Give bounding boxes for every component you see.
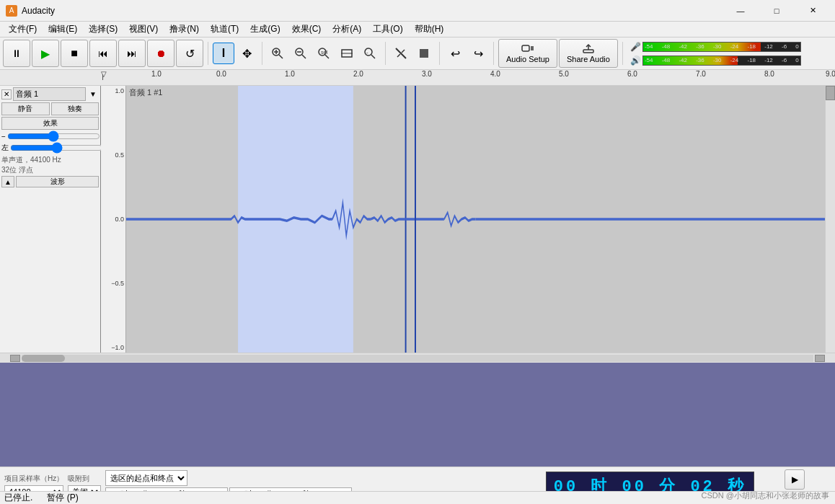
watermark: CSDN @小胡同志和小张老师的故事 (702, 490, 829, 501)
toolbar-sep-2 (262, 42, 262, 65)
amp-neg0.5: −0.5 (111, 280, 124, 287)
audio-setup-label: Audio Setup (506, 55, 549, 63)
menu-record[interactable]: 撸录(N) (164, 22, 205, 37)
toolbar-row1: ⏸ ▶ ■ ⏮ ⏭ ⏺ ↺ I ✥ sel - (0, 37, 835, 69)
track-effects-row: 效果 (1, 117, 99, 130)
waveform-svg (126, 86, 825, 353)
toolbar-sep-5 (493, 42, 494, 65)
multi-tool-button[interactable]: ✥ (236, 43, 257, 64)
svg-line-13 (371, 55, 375, 58)
track-menu-button[interactable]: ▼ (87, 89, 99, 100)
undo-button[interactable]: ↩ (444, 43, 466, 64)
minimize-button[interactable]: — (724, 0, 757, 22)
snap-label: 吸附到 (68, 474, 101, 484)
vertical-scrollbar[interactable] (825, 86, 835, 353)
window-controls: — □ ✕ (724, 0, 829, 22)
track-header: ✕ 音频 1 ▼ (1, 87, 99, 101)
main-content: ✕ 音频 1 ▼ 静音 独奏 效果 − + 左 右 单声道，44100 Hz 3… (0, 86, 835, 353)
track-name-button[interactable]: 音频 1 (13, 87, 86, 101)
track-expand-button[interactable]: ▲ (1, 176, 14, 187)
menu-effects[interactable]: 效果(C) (286, 22, 327, 37)
toolbar-sep-4 (439, 42, 440, 65)
track-panel: ✕ 音频 1 ▼ 静音 独奏 效果 − + 左 右 单声道，44100 Hz 3… (0, 86, 101, 353)
svg-line-1 (279, 55, 283, 58)
amp-neg1.0: −1.0 (111, 344, 124, 351)
track-pan-slider[interactable] (10, 143, 103, 153)
input-icon: 🎤 (630, 42, 641, 52)
skip-fwd-button[interactable]: ⏭ (118, 40, 146, 67)
amp-0.0: 0.0 (115, 216, 124, 223)
play-button[interactable]: ▶ (32, 40, 59, 67)
toolbar-sep-3 (385, 42, 386, 65)
toolbar-sep-1 (208, 42, 208, 65)
app-icon: A (6, 5, 17, 17)
share-audio-label: Share Audio (567, 55, 610, 63)
track-bit-depth: 32位 浮点 (1, 165, 99, 175)
svg-line-17 (402, 50, 405, 53)
project-rate-label: 项目采样率（Hz） (4, 474, 63, 484)
close-button[interactable]: ✕ (796, 0, 829, 22)
track-close-button[interactable]: ✕ (1, 89, 12, 100)
track-effects-button[interactable]: 效果 (1, 117, 99, 130)
menu-help[interactable]: 帮助(H) (409, 22, 450, 37)
menu-analyze[interactable]: 分析(A) (327, 22, 367, 37)
vu-meter-area: 🎤 -54 -48 -42 -36 -30 -24 -18 -12 (630, 40, 801, 67)
track-wave-button[interactable]: 波形 (16, 176, 99, 187)
status-play-button[interactable]: ▶ (785, 469, 805, 490)
svg-rect-23 (583, 50, 593, 53)
toolbar-sep-6 (622, 42, 623, 65)
zoom-in-button[interactable] (267, 43, 288, 64)
amplitude-scale: 1.0 0.5 0.0 −0.5 −1.0 (101, 86, 126, 353)
selection-label: 选区的起点和终点 (105, 470, 542, 486)
track-mute-button[interactable]: 静音 (1, 102, 50, 115)
track-info: 单声道，44100 Hz 32位 浮点 (1, 154, 99, 176)
svg-line-16 (397, 54, 400, 57)
track-solo-button[interactable]: 独奏 (51, 102, 100, 115)
menu-generate[interactable]: 生成(G) (244, 22, 286, 37)
ruler[interactable]: ▽ 1.0 0.0 1.0 2.0 3.0 4.0 5.0 6.0 7.0 8.… (0, 70, 835, 86)
track-pan-row: 左 右 (1, 143, 99, 153)
menu-select[interactable]: 选择(S) (83, 22, 123, 37)
zoom-out-button[interactable] (290, 43, 312, 64)
output-icon: 🔊 (630, 56, 641, 66)
menu-edit[interactable]: 编辑(E) (43, 22, 83, 37)
menu-file[interactable]: 文件(F) (3, 22, 43, 37)
svg-line-8 (325, 55, 329, 58)
redo-button[interactable]: ↪ (467, 43, 489, 64)
amp-1.0: 1.0 (115, 87, 124, 94)
svg-text:-: - (366, 49, 368, 56)
track-gain-row: − + (1, 131, 99, 141)
app-title: Audacity (22, 6, 724, 16)
gain-min-label: − (1, 133, 6, 141)
zoom-fit-button[interactable] (336, 43, 358, 64)
select-tool-button[interactable]: I (213, 43, 234, 64)
silence-button[interactable] (413, 43, 435, 64)
zoom-extra-button[interactable]: - (359, 43, 381, 64)
title-bar: A Audacity — □ ✕ (0, 0, 835, 22)
menu-tools[interactable]: 工具(O) (367, 22, 408, 37)
track-gain-slider[interactable] (7, 131, 100, 141)
maximize-button[interactable]: □ (760, 0, 793, 22)
skip-back-button[interactable]: ⏮ (89, 40, 117, 67)
menu-view[interactable]: 视图(V) (123, 22, 164, 37)
svg-rect-18 (420, 49, 428, 58)
svg-text:sel: sel (321, 50, 327, 55)
menu-bar: 文件(F) 编辑(E) 选择(S) 视图(V) 撸录(N) 轨道(T) 生成(G… (0, 22, 835, 37)
selection-type-select[interactable]: 选区的起点和终点 (105, 470, 187, 486)
audio-setup-button[interactable]: Audio Setup (498, 39, 557, 68)
track-canvas-area[interactable]: 音频 1 #1 (126, 86, 825, 353)
pause-button[interactable]: ⏸ (3, 40, 30, 67)
toolbar-area: ⏸ ▶ ■ ⏮ ⏭ ⏺ ↺ I ✥ sel - (0, 37, 835, 70)
stop-button[interactable]: ■ (61, 40, 88, 67)
svg-line-5 (302, 55, 306, 58)
horizontal-scrollbar[interactable] (0, 353, 835, 363)
zoom-sel-button[interactable]: sel (313, 43, 335, 64)
share-audio-button[interactable]: Share Audio (559, 39, 618, 68)
menu-track[interactable]: 轨道(T) (205, 22, 244, 37)
loop-button[interactable]: ↺ (176, 40, 203, 67)
status-text: 已停止. (4, 492, 32, 504)
track-title: 音频 1 #1 (129, 87, 162, 98)
trim-button[interactable] (390, 43, 412, 64)
record-button[interactable]: ⏺ (147, 40, 174, 67)
pause-hint: 暂停 (P) (47, 492, 78, 504)
